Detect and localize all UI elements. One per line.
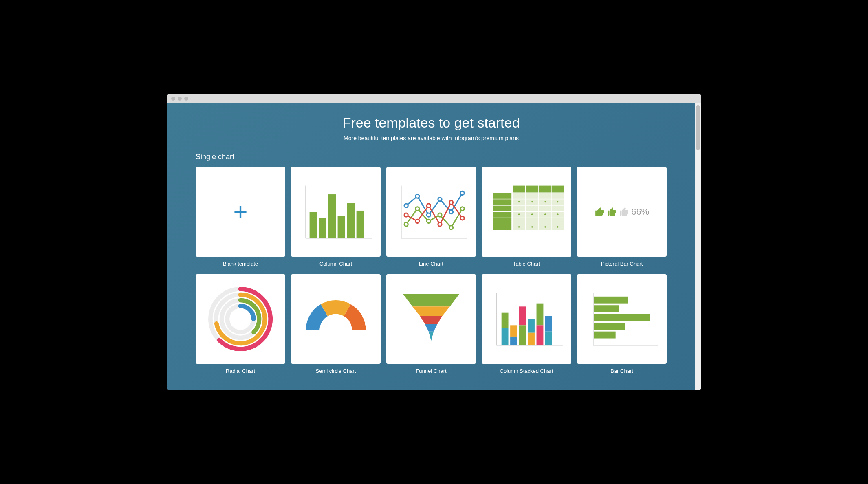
svg-rect-47 xyxy=(526,206,538,211)
svg-point-27 xyxy=(460,216,464,220)
template-card-column[interactable] xyxy=(291,167,381,257)
template-card-radial[interactable] xyxy=(196,274,285,364)
template-label: Radial Chart xyxy=(226,368,255,374)
svg-rect-90 xyxy=(519,325,526,345)
window-titlebar xyxy=(167,94,701,103)
template-label: Bar Chart xyxy=(610,368,633,374)
template-card-funnel[interactable] xyxy=(386,274,476,364)
svg-rect-38 xyxy=(513,193,525,199)
pictoral-bar-icon: 66% xyxy=(595,207,649,217)
svg-rect-99 xyxy=(594,297,628,304)
svg-rect-92 xyxy=(528,333,535,345)
template-card-bar[interactable] xyxy=(577,274,667,364)
svg-point-62 xyxy=(518,201,520,203)
svg-rect-91 xyxy=(528,319,535,333)
svg-rect-5 xyxy=(338,216,345,238)
thumbs-up-icon xyxy=(619,207,630,217)
svg-point-16 xyxy=(404,222,408,226)
svg-rect-41 xyxy=(552,193,564,199)
svg-rect-28 xyxy=(513,186,525,193)
svg-rect-87 xyxy=(510,325,517,337)
viewport: Free templates to get started More beaut… xyxy=(167,103,701,390)
thumbs-up-icon xyxy=(595,207,605,217)
svg-rect-34 xyxy=(493,206,511,211)
plus-icon: + xyxy=(233,200,247,224)
svg-rect-49 xyxy=(552,206,564,211)
vertical-scrollbar[interactable] xyxy=(695,103,701,390)
svg-rect-46 xyxy=(513,206,525,211)
column-chart-icon xyxy=(298,174,373,249)
svg-marker-79 xyxy=(412,306,450,316)
scrollbar-thumb[interactable] xyxy=(696,105,700,150)
template-item: Radial Chart xyxy=(196,274,285,374)
svg-point-24 xyxy=(427,204,430,207)
template-item: Funnel Chart xyxy=(386,274,476,374)
svg-point-69 xyxy=(557,213,559,215)
svg-point-23 xyxy=(416,219,419,223)
svg-rect-93 xyxy=(537,304,544,326)
table-chart-icon xyxy=(489,174,564,249)
template-item: Column Stacked Chart xyxy=(482,274,571,374)
svg-marker-81 xyxy=(425,324,438,331)
svg-rect-31 xyxy=(552,186,564,193)
traffic-light-close[interactable] xyxy=(171,97,175,101)
template-card-stacked[interactable] xyxy=(482,274,571,364)
svg-rect-56 xyxy=(539,218,552,224)
svg-point-73 xyxy=(557,226,559,228)
svg-point-15 xyxy=(460,191,464,195)
pictoral-percent: 66% xyxy=(631,207,649,217)
radial-chart-icon xyxy=(203,282,278,356)
svg-marker-80 xyxy=(420,316,442,324)
funnel-chart-icon xyxy=(394,282,469,356)
svg-rect-48 xyxy=(539,206,552,211)
traffic-light-minimize[interactable] xyxy=(178,97,182,101)
line-chart-icon xyxy=(394,174,469,249)
template-item: Bar Chart xyxy=(577,274,667,374)
svg-rect-101 xyxy=(594,314,650,321)
svg-rect-54 xyxy=(513,218,525,224)
page-title: Free templates to get started xyxy=(196,115,667,131)
svg-point-14 xyxy=(449,210,453,213)
bar-chart-icon xyxy=(584,282,659,356)
page-subtitle: More beautiful templates are available w… xyxy=(196,135,667,141)
svg-rect-102 xyxy=(594,323,625,330)
svg-rect-88 xyxy=(510,337,517,345)
svg-point-18 xyxy=(427,219,430,223)
svg-rect-3 xyxy=(319,218,326,238)
svg-point-13 xyxy=(438,198,442,201)
template-card-line[interactable] xyxy=(386,167,476,257)
svg-point-11 xyxy=(416,194,419,198)
svg-rect-32 xyxy=(493,193,511,199)
template-card-pictoral[interactable]: 66% xyxy=(577,167,667,257)
svg-point-17 xyxy=(416,207,419,211)
traffic-light-maximize[interactable] xyxy=(184,97,188,101)
svg-rect-2 xyxy=(310,212,317,238)
template-item: Column Chart xyxy=(291,167,381,267)
svg-rect-94 xyxy=(537,325,544,345)
svg-marker-82 xyxy=(429,332,434,341)
svg-point-22 xyxy=(404,213,408,217)
svg-rect-55 xyxy=(526,218,538,224)
svg-rect-7 xyxy=(357,211,364,238)
svg-rect-36 xyxy=(493,218,511,224)
svg-point-19 xyxy=(438,213,442,217)
template-card-blank[interactable]: + xyxy=(196,167,285,257)
stacked-column-chart-icon xyxy=(489,282,564,356)
template-label: Blank template xyxy=(223,261,258,267)
svg-rect-86 xyxy=(502,328,509,345)
template-item: 66% Pictoral Bar Chart xyxy=(577,167,667,267)
svg-point-72 xyxy=(544,226,546,228)
svg-point-25 xyxy=(438,222,442,226)
svg-rect-103 xyxy=(594,332,616,339)
svg-rect-40 xyxy=(539,193,552,199)
svg-point-64 xyxy=(544,201,546,203)
svg-point-12 xyxy=(427,213,430,217)
template-label: Pictoral Bar Chart xyxy=(601,261,643,267)
template-card-semicircle[interactable] xyxy=(291,274,381,364)
section-title: Single chart xyxy=(196,153,667,161)
template-card-table[interactable] xyxy=(482,167,571,257)
template-grid: + Blank template xyxy=(196,167,667,374)
template-item: Line Chart xyxy=(386,167,476,267)
svg-point-10 xyxy=(404,204,408,207)
semi-circle-chart-icon xyxy=(298,282,373,356)
